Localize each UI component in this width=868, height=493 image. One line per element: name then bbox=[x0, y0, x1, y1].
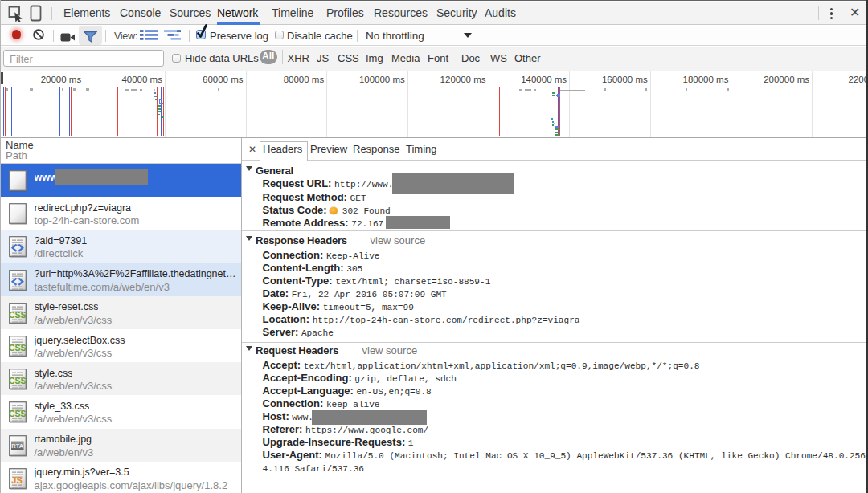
svg-text:CSS: CSS bbox=[9, 376, 27, 385]
svg-text:CSS: CSS bbox=[9, 343, 27, 352]
svg-text:CSS: CSS bbox=[9, 409, 27, 418]
svg-text:CSS: CSS bbox=[9, 309, 27, 319]
svg-text:RTA: RTA bbox=[11, 442, 23, 449]
svg-text:JS: JS bbox=[11, 475, 22, 485]
